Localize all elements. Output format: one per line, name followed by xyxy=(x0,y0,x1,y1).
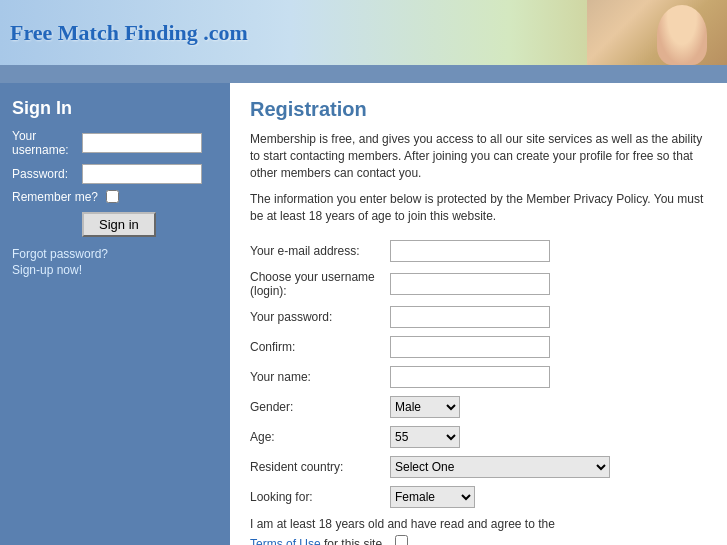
logo: Free Match Finding .com xyxy=(10,20,248,46)
username-label: Your username: xyxy=(12,129,82,158)
password-input[interactable] xyxy=(82,164,202,184)
remember-checkbox[interactable] xyxy=(106,190,119,203)
username-input[interactable] xyxy=(82,133,202,153)
looking-row: Looking for: Male Female xyxy=(250,486,707,508)
reg-password-row: Your password: xyxy=(250,306,707,328)
signin-title: Sign In xyxy=(12,98,218,119)
sidebar: Sign In Your username: Password: Remembe… xyxy=(0,83,230,545)
confirm-label: Confirm: xyxy=(250,340,390,354)
reg-password-label: Your password: xyxy=(250,310,390,324)
remember-label: Remember me? xyxy=(12,190,98,204)
email-row: Your e-mail address: xyxy=(250,240,707,262)
reg-username-row: Choose your username (login): xyxy=(250,270,707,298)
email-label: Your e-mail address: xyxy=(250,244,390,258)
gender-label: Gender: xyxy=(250,400,390,414)
country-select[interactable]: Select One xyxy=(390,456,610,478)
layout: Sign In Your username: Password: Remembe… xyxy=(0,83,727,545)
gender-select[interactable]: Male Female xyxy=(390,396,460,418)
password-label: Password: xyxy=(12,167,82,181)
username-row: Your username: xyxy=(12,129,218,158)
remember-row: Remember me? xyxy=(12,190,218,204)
sidebar-links: Forgot password? Sign-up now! xyxy=(12,247,218,277)
looking-label: Looking for: xyxy=(250,490,390,504)
reg-password-input[interactable] xyxy=(390,306,550,328)
signup-link[interactable]: Sign-up now! xyxy=(12,263,218,277)
intro-text: Membership is free, and gives you access… xyxy=(250,131,707,181)
email-input[interactable] xyxy=(390,240,550,262)
password-row: Password: xyxy=(12,164,218,184)
reg-username-label: Choose your username (login): xyxy=(250,270,390,298)
name-input[interactable] xyxy=(390,366,550,388)
agree-text: I am at least 18 years old and have read… xyxy=(250,516,590,545)
terms-link[interactable]: Terms of Use xyxy=(250,537,321,545)
header-photo xyxy=(587,0,727,65)
looking-select[interactable]: Male Female xyxy=(390,486,475,508)
country-row: Resident country: Select One xyxy=(250,456,707,478)
agree-row: I am at least 18 years old and have read… xyxy=(250,516,707,545)
confirm-row: Confirm: xyxy=(250,336,707,358)
country-label: Resident country: xyxy=(250,460,390,474)
header: Free Match Finding .com xyxy=(0,0,727,65)
forgot-password-link[interactable]: Forgot password? xyxy=(12,247,218,261)
age-row: Age: 55 xyxy=(250,426,707,448)
age-label: Age: xyxy=(250,430,390,444)
page-title: Registration xyxy=(250,98,707,121)
main-content: Registration Membership is free, and giv… xyxy=(230,83,727,545)
reg-username-input[interactable] xyxy=(390,273,550,295)
navbar xyxy=(0,65,727,83)
name-row: Your name: xyxy=(250,366,707,388)
signin-button[interactable]: Sign in xyxy=(82,212,156,237)
privacy-text: The information you enter below is prote… xyxy=(250,191,707,225)
agree-checkbox[interactable] xyxy=(395,535,408,545)
gender-row: Gender: Male Female xyxy=(250,396,707,418)
age-select[interactable]: 55 xyxy=(390,426,460,448)
name-label: Your name: xyxy=(250,370,390,384)
confirm-input[interactable] xyxy=(390,336,550,358)
